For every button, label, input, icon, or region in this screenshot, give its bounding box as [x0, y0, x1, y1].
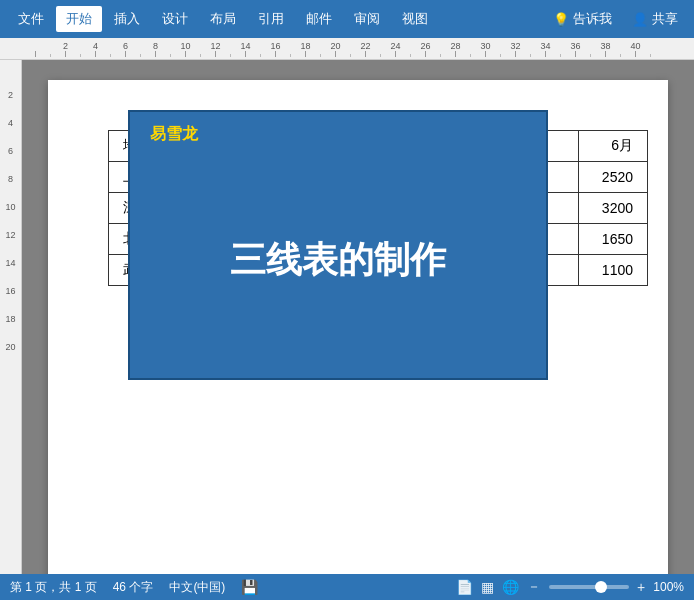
table-cell-value-2: 3200 [579, 193, 648, 224]
ruler-tick [43, 44, 58, 57]
menu-item-review[interactable]: 审阅 [344, 6, 390, 32]
ruler-v-num: 14 [5, 258, 15, 286]
ruler-tick [283, 44, 298, 57]
ruler-v-num: 4 [8, 118, 13, 146]
web-view-icon[interactable]: 🌐 [502, 579, 519, 595]
ruler-tick [103, 44, 118, 57]
ruler-tick [373, 44, 388, 57]
ruler-number: 24 [390, 42, 400, 51]
popup-title: 易雪龙 [150, 124, 526, 145]
zoom-level: 100% [653, 580, 684, 594]
menu-item-design[interactable]: 设计 [152, 6, 198, 32]
status-bar: 第 1 页，共 1 页 46 个字 中文(中国) 💾 📄 ▦ 🌐 － + 100… [0, 574, 694, 600]
ruler-number: 38 [600, 42, 610, 51]
ruler-tick: 4 [88, 42, 103, 57]
ruler-tick [28, 41, 43, 57]
word-count: 46 个字 [113, 579, 154, 596]
menu-item-file[interactable]: 文件 [8, 6, 54, 32]
ruler-v-num: 20 [5, 342, 15, 370]
tell-me-button[interactable]: 💡 告诉我 [545, 6, 620, 32]
ruler-number: 8 [153, 42, 158, 51]
ruler-number: 10 [180, 42, 190, 51]
ruler-tick [313, 44, 328, 57]
ruler-tick [403, 44, 418, 57]
ruler-tick [193, 44, 208, 57]
ruler-tick [73, 44, 88, 57]
main-area: 2 4 6 8 10 12 14 16 18 20 易雪龙 三线表的制作 地区 [0, 60, 694, 574]
ruler-v-num: 18 [5, 314, 15, 342]
ruler-tick [433, 44, 448, 57]
popup-main-text: 三线表的制作 [150, 155, 526, 366]
person-icon: 👤 [632, 12, 648, 27]
ruler-number: 20 [330, 42, 340, 51]
ruler-tick: 2 [58, 42, 73, 57]
document-canvas[interactable]: 易雪龙 三线表的制作 地区 6月 上海 2520 [22, 60, 694, 574]
ruler-number: 36 [570, 42, 580, 51]
ruler-tick: 16 [268, 42, 283, 57]
ruler-tick [613, 44, 628, 57]
zoom-plus-button[interactable]: + [637, 579, 645, 595]
ruler-tick: 34 [538, 42, 553, 57]
table-cell-value-4: 1100 [579, 255, 648, 286]
ruler-tick: 26 [418, 42, 433, 57]
ruler-number: 30 [480, 42, 490, 51]
ruler-tick [553, 44, 568, 57]
page-count: 第 1 页，共 1 页 [10, 579, 97, 596]
ruler-tick: 40 [628, 42, 643, 57]
ruler-number: 6 [123, 42, 128, 51]
ruler-number: 12 [210, 42, 220, 51]
menu-item-mail[interactable]: 邮件 [296, 6, 342, 32]
ruler-number: 32 [510, 42, 520, 51]
menu-item-layout[interactable]: 布局 [200, 6, 246, 32]
ruler-tick: 10 [178, 42, 193, 57]
ruler-number: 34 [540, 42, 550, 51]
ruler-v-num: 6 [8, 146, 13, 174]
ruler-tick: 12 [208, 42, 223, 57]
zoom-minus-button[interactable]: － [527, 578, 541, 596]
ruler-number: 4 [93, 42, 98, 51]
ruler-v-num: 16 [5, 286, 15, 314]
ruler-tick: 8 [148, 42, 163, 57]
menu-item-reference[interactable]: 引用 [248, 6, 294, 32]
ruler-tick: 6 [118, 42, 133, 57]
ruler-number: 14 [240, 42, 250, 51]
menu-item-insert[interactable]: 插入 [104, 6, 150, 32]
ruler-tick: 24 [388, 42, 403, 57]
ruler-tick: 14 [238, 42, 253, 57]
menu-bar: 文件 开始 插入 设计 布局 引用 邮件 审阅 视图 💡 告诉我 👤 共享 [0, 0, 694, 38]
ruler-number: 2 [63, 42, 68, 51]
status-bar-right: 📄 ▦ 🌐 － + 100% [456, 578, 684, 596]
print-view-icon[interactable]: ▦ [481, 579, 494, 595]
ruler-v-num: 12 [5, 230, 15, 258]
ruler-tick [463, 44, 478, 57]
ruler-tick [253, 44, 268, 57]
ruler-tick: 32 [508, 42, 523, 57]
vertical-ruler: 2 4 6 8 10 12 14 16 18 20 [0, 60, 22, 574]
ruler-number: 26 [420, 42, 430, 51]
ruler-tick [163, 44, 178, 57]
ruler-tick [643, 44, 658, 57]
ruler-tick: 22 [358, 42, 373, 57]
zoom-slider[interactable] [549, 585, 629, 589]
ruler-v-num: 8 [8, 174, 13, 202]
document-page: 易雪龙 三线表的制作 地区 6月 上海 2520 [48, 80, 668, 574]
table-cell-value-1: 2520 [579, 162, 648, 193]
table-cell-value-3: 1650 [579, 224, 648, 255]
popup-overlay: 易雪龙 三线表的制作 [128, 110, 548, 380]
ruler-number: 22 [360, 42, 370, 51]
ruler-tick: 18 [298, 42, 313, 57]
ruler-tick [493, 44, 508, 57]
ruler-h-ticks: 246810121416182022242628303234363840 [28, 41, 694, 57]
save-icon[interactable]: 💾 [241, 579, 258, 595]
share-button[interactable]: 👤 共享 [624, 6, 686, 32]
ruler-number: 28 [450, 42, 460, 51]
ruler-tick: 28 [448, 42, 463, 57]
menu-item-view[interactable]: 视图 [392, 6, 438, 32]
ruler-tick [223, 44, 238, 57]
ruler-v-num: 10 [5, 202, 15, 230]
ruler-number: 18 [300, 42, 310, 51]
ruler-tick: 30 [478, 42, 493, 57]
menu-item-home[interactable]: 开始 [56, 6, 102, 32]
horizontal-ruler: 246810121416182022242628303234363840 [0, 38, 694, 60]
read-view-icon[interactable]: 📄 [456, 579, 473, 595]
